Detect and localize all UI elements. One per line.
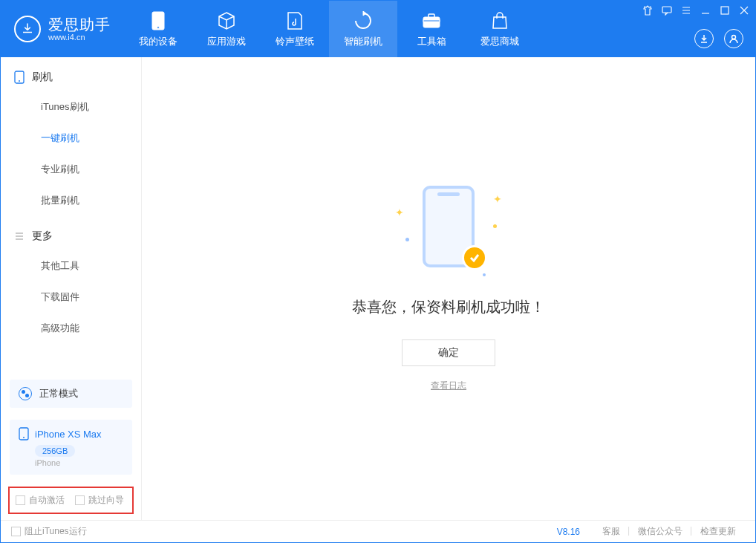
mode-label: 正常模式 <box>39 387 78 400</box>
svg-rect-6 <box>721 7 729 14</box>
nav-label: 智能刷机 <box>344 35 382 48</box>
checkbox-auto-activate[interactable]: 自动激活 <box>16 494 65 507</box>
sidebar-group-more: 更多 <box>1 216 141 250</box>
app-header: 爱思助手 www.i4.cn 我的设备 应用游戏 铃声壁纸 智能刷机 工具箱 爱… <box>1 1 755 57</box>
device-name: iPhone XS Max <box>35 429 102 440</box>
phone-icon <box>151 10 165 32</box>
sparkle-icon: ✦ <box>395 207 404 218</box>
sidebar-item-itunes-flash[interactable]: iTunes刷机 <box>1 91 141 123</box>
cube-icon <box>217 10 236 32</box>
nav-label: 工具箱 <box>417 35 446 48</box>
bottom-options-highlighted: 自动激活 跳过向导 <box>8 487 134 514</box>
sidebar-item-batch-flash[interactable]: 批量刷机 <box>1 185 141 216</box>
device-type: iPhone <box>35 458 123 467</box>
sparkle-icon: ✦ <box>493 193 502 205</box>
app-subtitle: www.i4.cn <box>48 33 111 42</box>
nav-label: 我的设备 <box>139 35 177 48</box>
list-icon <box>14 231 25 241</box>
footer-link-update[interactable]: 检查更新 <box>691 525 745 538</box>
user-icon[interactable] <box>724 29 743 48</box>
nav-ringtones[interactable]: 铃声壁纸 <box>261 1 329 57</box>
sidebar-item-oneclick-flash[interactable]: 一键刷机 <box>1 123 141 154</box>
header-actions <box>694 29 743 48</box>
dot-icon <box>405 238 409 241</box>
sidebar-group-flash: 刷机 <box>1 57 141 91</box>
svg-rect-5 <box>662 7 671 13</box>
nav-label: 铃声壁纸 <box>276 35 314 48</box>
nav-smart-flash[interactable]: 智能刷机 <box>329 1 397 57</box>
nav-my-device[interactable]: 我的设备 <box>124 1 192 57</box>
view-log-link[interactable]: 查看日志 <box>431 380 466 392</box>
sidebar-item-download-firmware[interactable]: 下载固件 <box>1 282 141 313</box>
logo-text: 爱思助手 www.i4.cn <box>48 16 111 42</box>
nav-apps-games[interactable]: 应用游戏 <box>192 1 261 57</box>
nav-label: 爱思商城 <box>480 35 519 48</box>
device-icon <box>14 71 25 84</box>
group-label: 刷机 <box>32 71 53 84</box>
checkbox-label: 阻止iTunes运行 <box>25 525 87 538</box>
phone-icon <box>19 427 29 440</box>
mode-card[interactable]: 正常模式 <box>10 380 132 408</box>
toolbox-icon <box>422 10 441 32</box>
device-storage: 256GB <box>35 445 75 457</box>
download-icon[interactable] <box>694 29 714 48</box>
dot-icon <box>483 273 486 276</box>
sidebar-item-pro-flash[interactable]: 专业刷机 <box>1 154 141 185</box>
success-illustration: ✦ ✦ <box>389 186 508 275</box>
logo-icon <box>14 16 41 42</box>
app-title: 爱思助手 <box>48 16 111 33</box>
checkbox-icon <box>75 495 85 505</box>
footer-link-wechat[interactable]: 微信公众号 <box>629 525 691 538</box>
maximize-icon[interactable] <box>720 5 730 16</box>
svg-rect-2 <box>423 17 440 27</box>
refresh-icon <box>353 10 373 32</box>
nav-toolbox[interactable]: 工具箱 <box>397 1 466 57</box>
svg-rect-3 <box>428 14 434 18</box>
checkbox-label: 跳过向导 <box>88 494 124 507</box>
close-icon[interactable] <box>739 5 749 16</box>
skin-icon[interactable] <box>642 5 653 16</box>
checkbox-icon <box>11 527 21 536</box>
dot-icon <box>493 224 497 228</box>
mode-icon <box>19 387 32 400</box>
svg-point-11 <box>23 437 25 438</box>
feedback-icon[interactable] <box>662 5 672 16</box>
nav-label: 应用游戏 <box>207 35 246 48</box>
window-controls <box>642 5 749 16</box>
footer-link-support[interactable]: 客服 <box>593 525 629 538</box>
main-nav: 我的设备 应用游戏 铃声壁纸 智能刷机 工具箱 爱思商城 <box>124 1 534 57</box>
main-content: ✦ ✦ 恭喜您，保资料刷机成功啦！ 确定 查看日志 <box>142 57 755 520</box>
svg-point-9 <box>19 80 20 82</box>
minimize-icon[interactable] <box>700 5 711 16</box>
version-label: V8.16 <box>557 527 580 537</box>
svg-point-7 <box>732 36 736 39</box>
music-file-icon <box>287 10 303 32</box>
check-badge-icon <box>462 245 487 270</box>
checkbox-label: 自动激活 <box>29 494 65 507</box>
body: 刷机 iTunes刷机 一键刷机 专业刷机 批量刷机 更多 其他工具 下载固件 … <box>1 57 755 520</box>
bag-icon <box>492 10 508 32</box>
checkbox-skip-guide[interactable]: 跳过向导 <box>75 494 124 507</box>
svg-point-1 <box>157 27 160 29</box>
device-name-row: iPhone XS Max <box>19 427 123 440</box>
menu-icon[interactable] <box>681 5 691 16</box>
logo-area: 爱思助手 www.i4.cn <box>1 1 124 57</box>
checkbox-icon <box>16 495 25 505</box>
group-label: 更多 <box>32 230 53 243</box>
checkbox-block-itunes[interactable]: 阻止iTunes运行 <box>11 525 87 538</box>
svg-rect-4 <box>423 20 440 22</box>
nav-store[interactable]: 爱思商城 <box>466 1 534 57</box>
sidebar: 刷机 iTunes刷机 一键刷机 专业刷机 批量刷机 更多 其他工具 下载固件 … <box>1 57 142 520</box>
sidebar-item-advanced[interactable]: 高级功能 <box>1 313 141 344</box>
footer: 阻止iTunes运行 V8.16 客服 微信公众号 检查更新 <box>1 520 755 542</box>
device-card[interactable]: iPhone XS Max 256GB iPhone <box>10 420 132 475</box>
ok-button[interactable]: 确定 <box>402 339 495 366</box>
sidebar-item-other-tools[interactable]: 其他工具 <box>1 250 141 282</box>
success-message: 恭喜您，保资料刷机成功啦！ <box>352 297 545 317</box>
